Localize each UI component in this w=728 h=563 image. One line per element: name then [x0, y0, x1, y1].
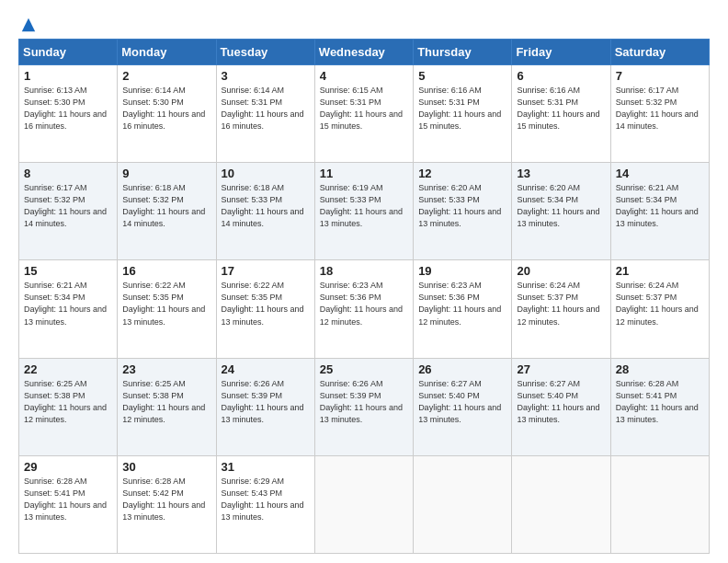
calendar-week-row: 15Sunrise: 6:21 AM Sunset: 5:34 PM Dayli…: [19, 260, 710, 358]
day-number: 14: [616, 167, 704, 180]
day-info: Sunrise: 6:23 AM Sunset: 5:36 PM Dayligh…: [418, 280, 506, 327]
day-number: 30: [122, 460, 210, 474]
calendar-day-header: Tuesday: [216, 40, 314, 65]
day-info: Sunrise: 6:24 AM Sunset: 5:37 PM Dayligh…: [616, 280, 704, 327]
day-info: Sunrise: 6:22 AM Sunset: 5:35 PM Dayligh…: [122, 280, 210, 327]
calendar-cell: 3Sunrise: 6:14 AM Sunset: 5:31 PM Daylig…: [216, 65, 314, 163]
day-number: 11: [320, 167, 408, 180]
calendar-header-row: SundayMondayTuesdayWednesdayThursdayFrid…: [19, 40, 710, 65]
day-info: Sunrise: 6:18 AM Sunset: 5:33 PM Dayligh…: [222, 182, 310, 230]
day-number: 28: [616, 362, 704, 376]
day-info: Sunrise: 6:15 AM Sunset: 5:31 PM Dayligh…: [320, 85, 408, 132]
calendar-day-header: Friday: [512, 40, 610, 65]
day-number: 21: [616, 264, 704, 278]
day-number: 5: [418, 69, 506, 83]
calendar-week-row: 22Sunrise: 6:25 AM Sunset: 5:38 PM Dayli…: [19, 358, 710, 455]
day-number: 9: [122, 167, 210, 180]
calendar-cell: 19Sunrise: 6:23 AM Sunset: 5:36 PM Dayli…: [414, 260, 512, 358]
day-info: Sunrise: 6:22 AM Sunset: 5:35 PM Dayligh…: [222, 280, 310, 327]
day-info: Sunrise: 6:17 AM Sunset: 5:32 PM Dayligh…: [616, 85, 704, 132]
day-number: 8: [24, 167, 112, 180]
day-info: Sunrise: 6:24 AM Sunset: 5:37 PM Dayligh…: [517, 280, 605, 327]
calendar-cell: 28Sunrise: 6:28 AM Sunset: 5:41 PM Dayli…: [610, 358, 709, 455]
calendar-cell: 6Sunrise: 6:16 AM Sunset: 5:31 PM Daylig…: [512, 65, 610, 163]
logo-icon: [20, 17, 37, 33]
day-info: Sunrise: 6:13 AM Sunset: 5:30 PM Dayligh…: [24, 85, 112, 132]
day-info: Sunrise: 6:29 AM Sunset: 5:43 PM Dayligh…: [222, 476, 310, 523]
calendar-cell: [610, 455, 709, 553]
calendar-week-row: 8Sunrise: 6:17 AM Sunset: 5:32 PM Daylig…: [19, 163, 710, 260]
calendar-table: SundayMondayTuesdayWednesdayThursdayFrid…: [18, 39, 710, 554]
day-number: 16: [122, 264, 210, 278]
day-info: Sunrise: 6:27 AM Sunset: 5:40 PM Dayligh…: [418, 378, 506, 426]
day-info: Sunrise: 6:25 AM Sunset: 5:38 PM Dayligh…: [24, 378, 112, 426]
day-info: Sunrise: 6:25 AM Sunset: 5:38 PM Dayligh…: [122, 378, 210, 426]
day-number: 23: [122, 362, 210, 376]
calendar-cell: 4Sunrise: 6:15 AM Sunset: 5:31 PM Daylig…: [314, 65, 413, 163]
day-number: 4: [320, 69, 408, 83]
day-info: Sunrise: 6:28 AM Sunset: 5:42 PM Dayligh…: [122, 476, 210, 523]
day-number: 18: [320, 264, 408, 278]
calendar-cell: 24Sunrise: 6:26 AM Sunset: 5:39 PM Dayli…: [216, 358, 314, 455]
calendar-cell: 26Sunrise: 6:27 AM Sunset: 5:40 PM Dayli…: [414, 358, 512, 455]
logo: [18, 17, 37, 31]
day-info: Sunrise: 6:26 AM Sunset: 5:39 PM Dayligh…: [320, 378, 408, 426]
day-info: Sunrise: 6:16 AM Sunset: 5:31 PM Dayligh…: [517, 85, 605, 132]
calendar-cell: [512, 455, 610, 553]
day-number: 24: [222, 362, 310, 376]
calendar-day-header: Monday: [118, 40, 216, 65]
day-number: 20: [517, 264, 605, 278]
day-info: Sunrise: 6:16 AM Sunset: 5:31 PM Dayligh…: [418, 85, 506, 132]
day-info: Sunrise: 6:18 AM Sunset: 5:32 PM Dayligh…: [122, 182, 210, 230]
day-info: Sunrise: 6:14 AM Sunset: 5:30 PM Dayligh…: [122, 85, 210, 132]
calendar-cell: 12Sunrise: 6:20 AM Sunset: 5:33 PM Dayli…: [414, 163, 512, 260]
calendar-cell: 31Sunrise: 6:29 AM Sunset: 5:43 PM Dayli…: [216, 455, 314, 553]
calendar-cell: 8Sunrise: 6:17 AM Sunset: 5:32 PM Daylig…: [19, 163, 118, 260]
calendar-cell: 30Sunrise: 6:28 AM Sunset: 5:42 PM Dayli…: [118, 455, 216, 553]
day-number: 1: [24, 69, 112, 83]
calendar-cell: 29Sunrise: 6:28 AM Sunset: 5:41 PM Dayli…: [19, 455, 118, 553]
day-number: 19: [418, 264, 506, 278]
day-number: 12: [418, 167, 506, 180]
calendar-cell: 23Sunrise: 6:25 AM Sunset: 5:38 PM Dayli…: [118, 358, 216, 455]
day-number: 25: [320, 362, 408, 376]
day-info: Sunrise: 6:21 AM Sunset: 5:34 PM Dayligh…: [616, 182, 704, 230]
day-number: 7: [616, 69, 704, 83]
calendar-cell: 20Sunrise: 6:24 AM Sunset: 5:37 PM Dayli…: [512, 260, 610, 358]
calendar-cell: 18Sunrise: 6:23 AM Sunset: 5:36 PM Dayli…: [314, 260, 413, 358]
calendar-cell: 27Sunrise: 6:27 AM Sunset: 5:40 PM Dayli…: [512, 358, 610, 455]
day-number: 15: [24, 264, 112, 278]
calendar-cell: 25Sunrise: 6:26 AM Sunset: 5:39 PM Dayli…: [314, 358, 413, 455]
day-number: 26: [418, 362, 506, 376]
day-number: 3: [222, 69, 310, 83]
calendar-cell: 1Sunrise: 6:13 AM Sunset: 5:30 PM Daylig…: [19, 65, 118, 163]
calendar-cell: 5Sunrise: 6:16 AM Sunset: 5:31 PM Daylig…: [414, 65, 512, 163]
calendar-cell: 9Sunrise: 6:18 AM Sunset: 5:32 PM Daylig…: [118, 163, 216, 260]
day-number: 22: [24, 362, 112, 376]
page: SundayMondayTuesdayWednesdayThursdayFrid…: [0, 0, 728, 563]
day-number: 27: [517, 362, 605, 376]
calendar-cell: [314, 455, 413, 553]
day-number: 13: [517, 167, 605, 180]
calendar-cell: 2Sunrise: 6:14 AM Sunset: 5:30 PM Daylig…: [118, 65, 216, 163]
day-number: 17: [222, 264, 310, 278]
calendar-cell: 17Sunrise: 6:22 AM Sunset: 5:35 PM Dayli…: [216, 260, 314, 358]
calendar-cell: 22Sunrise: 6:25 AM Sunset: 5:38 PM Dayli…: [19, 358, 118, 455]
calendar-cell: 16Sunrise: 6:22 AM Sunset: 5:35 PM Dayli…: [118, 260, 216, 358]
calendar-week-row: 29Sunrise: 6:28 AM Sunset: 5:41 PM Dayli…: [19, 455, 710, 553]
calendar-cell: 13Sunrise: 6:20 AM Sunset: 5:34 PM Dayli…: [512, 163, 610, 260]
day-info: Sunrise: 6:20 AM Sunset: 5:34 PM Dayligh…: [517, 182, 605, 230]
day-info: Sunrise: 6:17 AM Sunset: 5:32 PM Dayligh…: [24, 182, 112, 230]
calendar-day-header: Thursday: [414, 40, 512, 65]
day-info: Sunrise: 6:21 AM Sunset: 5:34 PM Dayligh…: [24, 280, 112, 327]
calendar-cell: 7Sunrise: 6:17 AM Sunset: 5:32 PM Daylig…: [610, 65, 709, 163]
day-info: Sunrise: 6:19 AM Sunset: 5:33 PM Dayligh…: [320, 182, 408, 230]
day-info: Sunrise: 6:28 AM Sunset: 5:41 PM Dayligh…: [24, 476, 112, 523]
calendar-cell: 10Sunrise: 6:18 AM Sunset: 5:33 PM Dayli…: [216, 163, 314, 260]
header: [18, 17, 710, 31]
day-info: Sunrise: 6:14 AM Sunset: 5:31 PM Dayligh…: [222, 85, 310, 132]
day-number: 6: [517, 69, 605, 83]
day-number: 31: [222, 460, 310, 474]
calendar-cell: 11Sunrise: 6:19 AM Sunset: 5:33 PM Dayli…: [314, 163, 413, 260]
calendar-cell: 15Sunrise: 6:21 AM Sunset: 5:34 PM Dayli…: [19, 260, 118, 358]
